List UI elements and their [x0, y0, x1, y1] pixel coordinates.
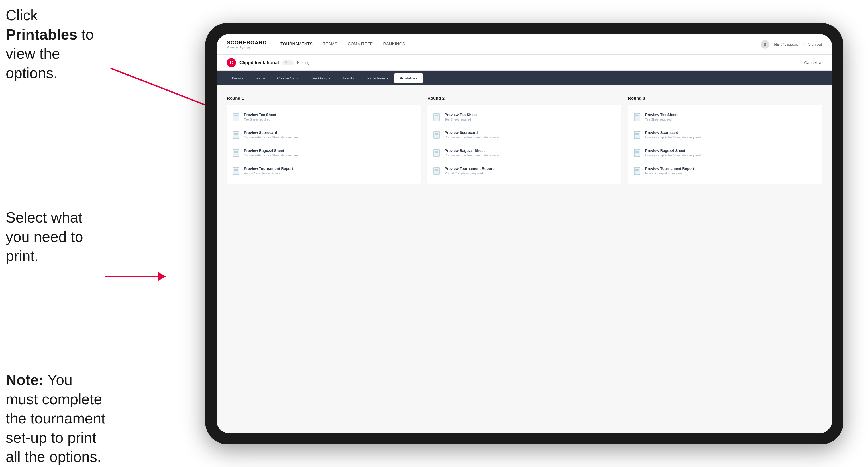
round-1-scorecard[interactable]: Preview Scorecard Course setup + Tee She…: [232, 128, 415, 143]
svg-rect-40: [634, 131, 640, 139]
top-nav-links: TOURNAMENTS TEAMS COMMITTEE RANKINGS: [280, 41, 761, 47]
round-2-section: Round 2: [428, 96, 621, 184]
round-1-scorecard-label: Preview Scorecard: [244, 130, 300, 135]
nav-link-teams[interactable]: TEAMS: [323, 41, 337, 47]
annotation-middle-text: Select what you need to print.: [6, 209, 83, 264]
separator: |: [803, 42, 804, 46]
tournament-bar: C Clippd Invitational Men Hosting Cancel…: [217, 55, 832, 71]
round-1-tournament-report[interactable]: Preview Tournament Report Round Completi…: [232, 164, 415, 178]
scoreboard-logo: SCOREBOARD Powered by clippd: [227, 40, 267, 49]
round-3-report-sublabel: Round Completion required: [645, 172, 694, 175]
nav-link-tournaments[interactable]: TOURNAMENTS: [280, 41, 313, 47]
svg-line-0: [111, 68, 214, 108]
round-3-tournament-report[interactable]: Preview Tournament Report Round Completi…: [634, 164, 816, 178]
tab-bar: Details Teams Course Setup Tee Groups Re…: [217, 71, 832, 86]
round-2-tee-sheet[interactable]: Preview Tee Sheet Tee Sheet required: [433, 110, 616, 125]
tablet-device: SCOREBOARD Powered by clippd TOURNAMENTS…: [205, 23, 843, 444]
round-3-raguzzi-label: Preview Raguzzi Sheet: [645, 149, 701, 153]
doc-icon-r2-2: [433, 131, 441, 140]
svg-rect-4: [233, 114, 239, 121]
round-3-section: Round 3: [628, 96, 822, 184]
round-2-raguzzi-sublabel: Course setup + Tee Sheet data required: [444, 154, 500, 157]
svg-rect-20: [434, 114, 439, 121]
svg-marker-3: [158, 272, 165, 281]
tournament-badge: Men: [282, 60, 293, 65]
round-1-tee-sheet-sublabel: Tee Sheet required: [244, 118, 276, 121]
svg-rect-44: [634, 149, 640, 157]
tab-teams[interactable]: Teams: [250, 73, 271, 83]
round-2-card: Preview Tee Sheet Tee Sheet required: [428, 104, 621, 184]
round-2-scorecard-label: Preview Scorecard: [444, 130, 500, 135]
doc-icon-r3-4: [634, 167, 642, 176]
user-avatar: B: [761, 40, 769, 49]
tab-printables[interactable]: Printables: [394, 73, 423, 83]
logo-subtitle: Powered by clippd: [227, 46, 267, 49]
round-3-raguzzi[interactable]: Preview Raguzzi Sheet Course setup + Tee…: [634, 146, 816, 160]
round-1-report-label: Preview Tournament Report: [244, 166, 293, 171]
logo-title: SCOREBOARD: [227, 40, 267, 46]
svg-rect-48: [634, 167, 640, 175]
nav-link-committee[interactable]: COMMITTEE: [348, 41, 373, 47]
document-icon: [232, 113, 241, 122]
tablet-screen: SCOREBOARD Powered by clippd TOURNAMENTS…: [217, 34, 832, 433]
tournament-name: Clippd Invitational: [239, 60, 279, 65]
svg-rect-8: [233, 131, 239, 139]
round-3-tee-sheet-sublabel: Tee Sheet required: [645, 118, 677, 121]
round-1-report-sublabel: Round Completion required: [244, 172, 293, 175]
tab-results[interactable]: Results: [337, 73, 359, 83]
svg-rect-28: [434, 149, 439, 157]
cancel-button[interactable]: Cancel ✕: [804, 60, 822, 65]
svg-rect-32: [434, 167, 439, 175]
round-2-raguzzi[interactable]: Preview Raguzzi Sheet Course setup + Tee…: [433, 146, 616, 160]
round-3-scorecard[interactable]: Preview Scorecard Course setup + Tee She…: [634, 128, 816, 143]
main-content: Round 1: [217, 86, 832, 433]
round-3-card: Preview Tee Sheet Tee Sheet required: [628, 104, 822, 184]
round-1-tee-sheet-info: Preview Tee Sheet Tee Sheet required: [244, 113, 276, 121]
annotation-bold: Printables: [6, 26, 77, 43]
doc-icon-r2-3: [433, 149, 441, 158]
tab-course-setup[interactable]: Course Setup: [272, 73, 305, 83]
doc-icon-r2-4: [433, 167, 441, 176]
round-2-raguzzi-label: Preview Raguzzi Sheet: [444, 149, 500, 153]
round-1-section: Round 1: [227, 96, 421, 184]
doc-icon-r2-1: [433, 113, 441, 122]
tournament-logo: C: [227, 58, 236, 67]
tab-tee-groups[interactable]: Tee Groups: [306, 73, 335, 83]
round-1-scorecard-sublabel: Course setup + Tee Sheet data required: [244, 136, 300, 139]
round-1-tee-sheet-label: Preview Tee Sheet: [244, 113, 276, 117]
round-2-scorecard[interactable]: Preview Scorecard Course setup + Tee She…: [433, 128, 616, 143]
round-3-scorecard-label: Preview Scorecard: [645, 130, 701, 135]
tab-leaderboards[interactable]: Leaderboards: [360, 73, 393, 83]
svg-rect-36: [634, 114, 640, 121]
doc-icon-r3-1: [634, 113, 642, 122]
round-1-card: Preview Tee Sheet Tee Sheet required: [227, 104, 421, 184]
annotation-bottom: Note: You must complete the tournament s…: [6, 370, 108, 467]
round-3-tee-sheet-label: Preview Tee Sheet: [645, 113, 677, 117]
round-2-tournament-report[interactable]: Preview Tournament Report Round Completi…: [433, 164, 616, 178]
round-3-raguzzi-sublabel: Course setup + Tee Sheet data required: [645, 154, 701, 157]
svg-rect-16: [233, 167, 239, 175]
round-3-title: Round 3: [628, 96, 822, 101]
document-icon-4: [232, 167, 241, 176]
round-3-tee-sheet[interactable]: Preview Tee Sheet Tee Sheet required: [634, 110, 816, 125]
round-2-tee-sheet-sublabel: Tee Sheet required: [444, 118, 477, 121]
round-3-scorecard-sublabel: Course setup + Tee Sheet data required: [645, 136, 701, 139]
round-1-raguzzi-label: Preview Raguzzi Sheet: [244, 149, 300, 153]
annotation-text-prefix: Click: [6, 7, 38, 23]
svg-rect-24: [434, 131, 439, 139]
round-1-tee-sheet[interactable]: Preview Tee Sheet Tee Sheet required: [232, 110, 415, 125]
round-1-raguzzi[interactable]: Preview Raguzzi Sheet Course setup + Tee…: [232, 146, 415, 160]
round-2-report-sublabel: Round Completion required: [444, 172, 494, 175]
tab-details[interactable]: Details: [227, 73, 248, 83]
nav-link-rankings[interactable]: RANKINGS: [383, 41, 405, 47]
sign-out-link[interactable]: Sign out: [808, 42, 822, 46]
user-email: blair@clippd.io: [774, 42, 798, 46]
top-nav-right: B blair@clippd.io | Sign out: [761, 40, 822, 49]
doc-icon-r3-2: [634, 131, 642, 140]
round-1-raguzzi-sublabel: Course setup + Tee Sheet data required: [244, 154, 300, 157]
doc-icon-r3-3: [634, 149, 642, 158]
round-2-report-label: Preview Tournament Report: [444, 166, 494, 171]
top-navigation: SCOREBOARD Powered by clippd TOURNAMENTS…: [217, 34, 832, 55]
round-2-title: Round 2: [428, 96, 621, 101]
annotation-top: Click Printables to view the options.: [6, 6, 102, 83]
